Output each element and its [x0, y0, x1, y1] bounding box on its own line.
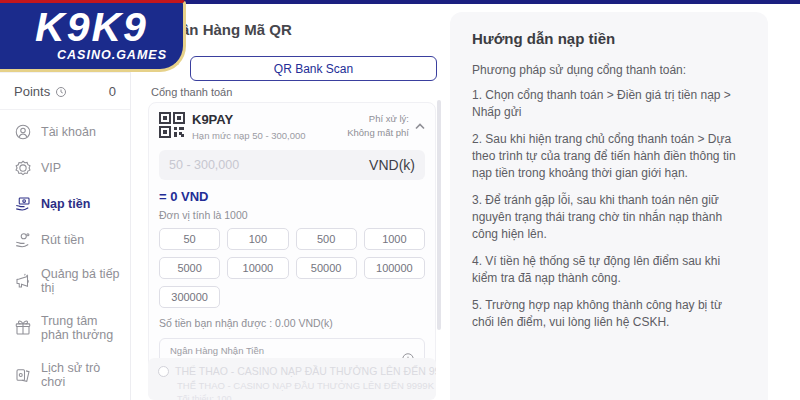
receive-amount-note: Số tiền bạn nhận được : 0.00 VND(k) — [159, 317, 425, 329]
sidebar-item-deposit[interactable]: Nạp tiền — [0, 186, 130, 222]
points-row[interactable]: Points 0 — [0, 72, 130, 110]
gift-icon — [14, 319, 32, 337]
fee-value: Không mất phí — [347, 126, 409, 140]
sidebar-item-label: Tài khoản — [41, 125, 96, 139]
bank-label: Ngân Hàng Nhận Tiền — [170, 345, 396, 356]
sidebar-item-label: Quảng bá tiếp thị — [41, 267, 122, 296]
payment-provider-card: K9PAY Hạn mức nạp 50 - 300,000 Phí xử lý… — [148, 102, 436, 392]
promo-title: THỂ THAO - CASINO NẠP ĐẦU THƯỞNG LÊN ĐẾN… — [175, 365, 436, 377]
sidebar-item-withdraw[interactable]: Rút tiền — [0, 222, 130, 258]
guide-step: 3. Để tránh gặp lỗi, sau khi thanh toán … — [472, 192, 746, 243]
qr-bank-scan-button[interactable]: QR Bank Scan — [190, 56, 437, 81]
brand-logo[interactable]: K9K9 CASINO.GAMES — [0, 0, 186, 72]
amount-input[interactable] — [169, 158, 369, 172]
points-label: Points — [14, 84, 50, 99]
megaphone-icon — [14, 272, 32, 290]
deposit-guide-panel: Hướng dẫn nạp tiền Phương pháp sử dụng c… — [450, 12, 768, 400]
chevron-up-icon[interactable] — [415, 123, 425, 130]
guide-step: 4. Ví tiền hệ thống sẽ tự động lên điểm … — [472, 253, 746, 287]
deposit-money-icon — [14, 195, 32, 213]
guide-step: 1. Chọn cổng thanh toán > Điền giá trị t… — [472, 87, 746, 121]
guide-step: 2. Sau khi hiện trang chủ cổng thanh toá… — [472, 131, 746, 182]
provider-limit: Hạn mức nạp 50 - 300,000 — [192, 130, 306, 141]
vip-badge-icon — [14, 159, 32, 177]
sidebar-item-rewards[interactable]: Trung tâm phản thưởng — [0, 305, 130, 352]
sidebar-item-label: Rút tiền — [41, 233, 84, 247]
promo-option[interactable]: THỂ THAO - CASINO NẠP ĐẦU THƯỞNG LÊN ĐẾN… — [148, 358, 436, 400]
qr-code-icon — [159, 112, 185, 141]
promo-minimum: Tối thiểu: 100 — [158, 394, 426, 400]
amount-input-box: VND(k) — [159, 150, 425, 180]
sidebar-item-label: VIP — [41, 161, 61, 175]
denomination-button[interactable]: 50 — [159, 228, 220, 250]
denomination-button[interactable]: 50000 — [296, 257, 357, 279]
points-value: 0 — [109, 84, 116, 99]
sidebar-item-vip[interactable]: VIP — [0, 150, 130, 186]
scrollbar[interactable] — [437, 100, 441, 330]
denomination-button[interactable]: 100000 — [364, 257, 425, 279]
radio-icon[interactable] — [158, 366, 169, 377]
provider-header[interactable]: K9PAY Hạn mức nạp 50 - 300,000 Phí xử lý… — [149, 103, 435, 148]
denomination-button[interactable]: 10000 — [227, 257, 288, 279]
denomination-button[interactable]: 1000 — [364, 228, 425, 250]
unit-note: Đơn vị tính là 1000 — [159, 209, 425, 221]
payment-gateway-label: Cổng thanh toán — [151, 86, 232, 98]
guide-step: 5. Trường hợp nạp không thành công hay b… — [472, 297, 746, 331]
denomination-button[interactable]: 500 — [296, 228, 357, 250]
guide-title: Hướng dẫn nạp tiền — [472, 30, 746, 47]
clock-icon — [55, 86, 67, 98]
brand-logo-subtitle: CASINO.GAMES — [0, 48, 183, 62]
sidebar-item-label: Trung tâm phản thưởng — [41, 314, 122, 343]
converted-amount: = 0 VND — [159, 189, 425, 204]
denomination-grid: 50 100 500 1000 5000 10000 50000 100000 … — [159, 228, 425, 308]
promo-subtitle: THỂ THAO - CASINO NẠP ĐẦU THƯỞNG LÊN ĐẾN… — [158, 380, 426, 391]
sidebar-item-account[interactable]: Tài khoản — [0, 114, 130, 150]
sidebar-item-label: Nạp tiền — [41, 197, 90, 211]
fee-label: Phí xử lý: — [347, 112, 409, 126]
cards-icon — [14, 366, 32, 384]
currency-suffix: VND(k) — [369, 157, 415, 173]
denomination-button[interactable]: 100 — [227, 228, 288, 250]
guide-intro: Phương pháp sử dụng cổng thanh toán: — [472, 63, 746, 77]
withdraw-money-icon — [14, 231, 32, 249]
sidebar: Points 0 Tài khoản VIP — [0, 72, 131, 400]
denomination-button[interactable]: 5000 — [159, 257, 220, 279]
denomination-button[interactable]: 300000 — [159, 286, 220, 308]
sidebar-item-label: Lịch sử trò chơi — [41, 361, 122, 390]
sidebar-menu: Tài khoản VIP Nạp tiền — [0, 110, 130, 400]
brand-logo-title: K9K9 — [0, 4, 183, 50]
sidebar-item-game-history[interactable]: Lịch sử trò chơi — [0, 352, 130, 399]
provider-name: K9PAY — [192, 112, 306, 127]
sidebar-item-promotion[interactable]: Quảng bá tiếp thị — [0, 258, 130, 305]
user-icon — [14, 123, 32, 141]
